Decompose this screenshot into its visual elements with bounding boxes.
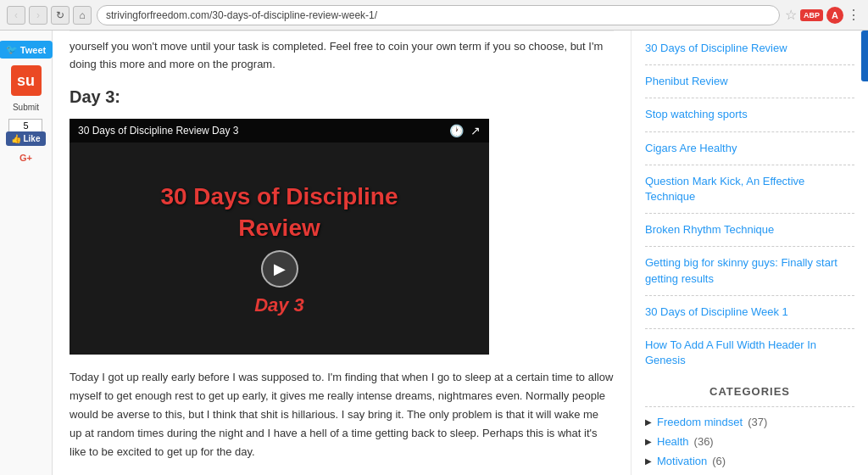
url-text: strivingforfreedom.com/30-days-of-discip… — [106, 9, 377, 21]
video-title: 30 Days of Discipline Review Day 3 — [78, 125, 238, 137]
day3-heading: Day 3: — [70, 87, 614, 107]
sidebar-link-2[interactable]: Stop watching sports — [645, 107, 854, 122]
profile-button[interactable]: A — [826, 7, 843, 24]
stumbleupon-button[interactable]: su — [11, 65, 42, 96]
category-arrow-0: ▶ — [645, 417, 652, 427]
sidebar-link-1[interactable]: Phenibut Review — [645, 74, 854, 89]
like-count: 5 — [8, 119, 42, 131]
video-play-button[interactable]: ▶ — [261, 250, 298, 288]
categories-list: ▶ Freedom mindset (37) ▶ Health (36) ▶ M… — [645, 416, 854, 475]
browser-chrome: ‹ › ↻ ⌂ strivingforfreedom.com/30-days-o… — [0, 0, 868, 31]
category-arrow-1: ▶ — [645, 437, 652, 446]
browser-menu-button[interactable]: ⋮ — [847, 7, 861, 23]
sidebar-links: 30 Days of Discipline ReviewPhenibut Rev… — [645, 41, 854, 368]
right-edge-bar — [861, 31, 868, 81]
nav-buttons: ‹ › ↻ ⌂ — [7, 6, 92, 25]
sidebar-divider-5 — [645, 246, 854, 247]
sidebar-link-8[interactable]: How To Add A Full Width Header In Genesi… — [645, 338, 854, 368]
home-button[interactable]: ⌂ — [73, 6, 92, 25]
sidebar-divider-6 — [645, 295, 854, 296]
category-item-1: ▶ Health (36) — [645, 435, 854, 448]
sidebar-divider-4 — [645, 213, 854, 214]
sidebar-link-7[interactable]: 30 Days of Discipline Week 1 — [645, 305, 854, 320]
categories-divider — [645, 406, 854, 407]
video-overlay-line1: 30 Days of Discipline — [160, 183, 398, 210]
sidebar-divider-7 — [645, 328, 854, 329]
video-clock-icon[interactable]: 🕐 — [449, 124, 464, 137]
category-item-2: ▶ Motivation (6) — [645, 455, 854, 467]
category-count-0: (37) — [748, 416, 767, 428]
sidebar-divider-3 — [645, 165, 854, 165]
sidebar-link-0[interactable]: 30 Days of Discipline Review — [645, 41, 854, 56]
reload-button[interactable]: ↻ — [51, 6, 70, 25]
sidebar-link-6[interactable]: Getting big for skinny guys: Finally sta… — [645, 255, 854, 286]
category-arrow-2: ▶ — [645, 456, 652, 466]
sidebar-divider-2 — [645, 131, 854, 132]
social-sidebar: 🐦 Tweet su Submit 5 👍 Like G+ — [0, 31, 53, 475]
categories-title: CATEGORIES — [645, 385, 854, 398]
twitter-bird-icon: 🐦 — [6, 44, 18, 55]
forward-button[interactable]: › — [29, 6, 47, 25]
main-content: yourself you won't move until your task … — [53, 31, 631, 475]
googleplus-button[interactable]: G+ — [19, 153, 32, 163]
video-day-subtitle: Day 3 — [254, 294, 304, 316]
twitter-tweet-button[interactable]: 🐦 Tweet — [0, 41, 53, 59]
video-player[interactable]: 30 Days of Discipline Review Day 3 🕐 ↗ 3… — [70, 119, 489, 355]
category-count-2: (6) — [712, 455, 726, 467]
video-top-controls: 🕐 ↗ — [449, 124, 481, 137]
category-link-2[interactable]: Motivation — [657, 455, 707, 467]
sidebar-divider-1 — [645, 98, 854, 98]
video-top-bar: 30 Days of Discipline Review Day 3 🕐 ↗ — [70, 119, 489, 142]
submit-label: Submit — [13, 103, 39, 112]
bookmark-icon[interactable]: ☆ — [785, 7, 797, 23]
right-sidebar: 30 Days of Discipline ReviewPhenibut Rev… — [631, 31, 868, 475]
sidebar-link-5[interactable]: Broken Rhythm Technique — [645, 222, 854, 238]
tweet-label: Tweet — [20, 45, 46, 55]
facebook-like-button[interactable]: 👍 Like — [6, 131, 45, 146]
body-paragraph: Today I got up really early before I was… — [70, 368, 614, 461]
stumbleupon-icon: su — [17, 72, 35, 90]
sidebar-link-4[interactable]: Question Mark Kick, An Effective Techniq… — [645, 174, 854, 204]
facebook-like-section: 5 👍 Like — [6, 119, 45, 146]
facebook-thumb-icon: 👍 — [11, 134, 21, 143]
video-overlay-title: 30 Days of Discipline Review — [160, 182, 398, 243]
sidebar-link-3[interactable]: Cigars Are Healthy — [645, 141, 854, 156]
like-label: Like — [23, 134, 40, 143]
category-link-1[interactable]: Health — [657, 435, 689, 448]
video-main-area: 30 Days of Discipline Review ▶ Day 3 — [70, 119, 489, 355]
category-link-0[interactable]: Freedom mindset — [657, 416, 743, 428]
video-share-icon[interactable]: ↗ — [470, 124, 481, 137]
back-button[interactable]: ‹ — [7, 6, 25, 25]
page-wrapper: 🐦 Tweet su Submit 5 👍 Like G+ yourself y… — [0, 31, 868, 475]
sidebar-divider-0 — [645, 64, 854, 65]
category-item-0: ▶ Freedom mindset (37) — [645, 416, 854, 428]
address-bar[interactable]: strivingforfreedom.com/30-days-of-discip… — [97, 5, 780, 25]
category-count-1: (36) — [694, 435, 714, 448]
browser-actions: ☆ ABP A ⋮ — [785, 7, 861, 24]
video-overlay-line2: Review — [238, 215, 320, 241]
adblock-badge[interactable]: ABP — [800, 9, 823, 21]
categories-section: CATEGORIES ▶ Freedom mindset (37) ▶ Heal… — [645, 385, 854, 475]
intro-paragraph: yourself you won't move until your task … — [70, 31, 614, 74]
